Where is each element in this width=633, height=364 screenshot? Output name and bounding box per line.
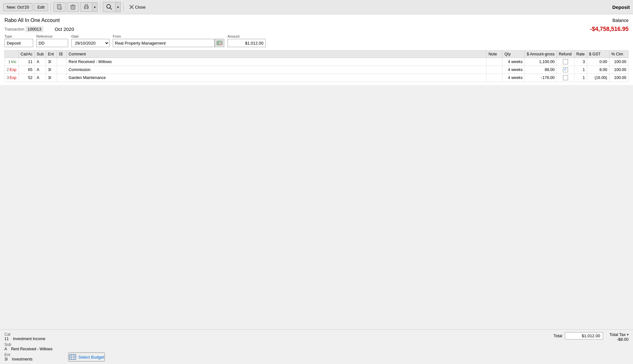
row-comment: Garden Maintenance bbox=[67, 74, 486, 82]
deposit-title: Deposit bbox=[612, 4, 630, 10]
row-gst: 8.00 bbox=[587, 66, 609, 74]
refund-checkbox[interactable] bbox=[563, 67, 568, 72]
row-ent: 3I bbox=[46, 58, 57, 66]
row-cat: 11 bbox=[18, 58, 35, 66]
date-label: Date bbox=[71, 34, 110, 38]
row-clm: 100.00 bbox=[609, 66, 629, 74]
col-header-sub: Sub bbox=[35, 51, 46, 58]
svg-point-12 bbox=[88, 7, 88, 7]
col-header-link: ⛓ bbox=[57, 51, 67, 58]
separator-3 bbox=[123, 3, 124, 11]
row-num: 3Exp bbox=[5, 74, 19, 82]
col-header-clm: % Clm bbox=[609, 51, 629, 58]
from-field: From bbox=[113, 34, 224, 47]
new-label: New: Oct'20 bbox=[7, 5, 29, 10]
row-rate: 1 bbox=[574, 66, 587, 74]
refund-checkbox[interactable] bbox=[563, 59, 568, 64]
col-header-gst: $ GST bbox=[587, 51, 609, 58]
row-sub: A bbox=[35, 58, 46, 66]
svg-line-14 bbox=[110, 8, 112, 10]
reference-input[interactable] bbox=[36, 39, 68, 47]
row-qty: 4 weeks bbox=[502, 74, 525, 82]
print-icon bbox=[83, 4, 90, 10]
row-link bbox=[57, 66, 67, 74]
period-label: Oct 2020 bbox=[55, 26, 74, 32]
row-num: 2Exp bbox=[5, 66, 19, 74]
amount-input[interactable] bbox=[227, 39, 266, 47]
main-content: Rabo All In One Account Balance Transact… bbox=[0, 14, 633, 85]
svg-rect-17 bbox=[217, 41, 222, 45]
print-dropdown-button[interactable]: ▾ bbox=[92, 2, 97, 12]
row-refund bbox=[557, 74, 574, 82]
attach-icon bbox=[56, 4, 63, 10]
edit-label: Edit bbox=[37, 5, 44, 10]
row-type: Exp bbox=[10, 68, 17, 72]
search-dropdown-button[interactable]: ▾ bbox=[115, 2, 121, 12]
row-cat: 65 bbox=[18, 66, 35, 74]
search-button-group: ▾ bbox=[103, 2, 121, 12]
svg-rect-11 bbox=[85, 7, 88, 9]
search-button[interactable] bbox=[103, 2, 115, 12]
row-comment: Rent Received - Willows bbox=[67, 58, 486, 66]
row-type: Inc bbox=[11, 60, 17, 64]
row-link bbox=[57, 74, 67, 82]
row-qty: 4 weeks bbox=[502, 66, 525, 74]
transactions-table: Cat/Ac Sub Ent ⛓ Comment Note Qty $ Amou… bbox=[4, 50, 629, 82]
print-button[interactable] bbox=[80, 2, 92, 12]
amount-label: Amount bbox=[227, 34, 266, 38]
from-input[interactable] bbox=[113, 39, 215, 47]
row-cat: 52 bbox=[18, 74, 35, 82]
table-row[interactable]: 1Inc 11 A 3I Rent Received - Willows 4 w… bbox=[5, 58, 629, 66]
row-gst: (16.00) bbox=[587, 74, 609, 82]
row-qty: 4 weeks bbox=[502, 58, 525, 66]
svg-point-13 bbox=[107, 4, 111, 8]
attach-button[interactable] bbox=[54, 2, 66, 12]
table-row[interactable]: 2Exp 65 A 3I Commission 4 weeks 88.00 1 … bbox=[5, 66, 629, 74]
trash-icon bbox=[70, 4, 76, 10]
transaction-row: Transaction 100013 Oct 2020 -$4,758,516.… bbox=[4, 26, 629, 32]
transaction-field: Transaction 100013 bbox=[4, 26, 43, 32]
date-select[interactable]: 29/10/2020 bbox=[71, 39, 110, 47]
row-rate: 1 bbox=[574, 74, 587, 82]
refund-checkbox[interactable] bbox=[563, 75, 568, 80]
row-num: 1Inc bbox=[5, 58, 19, 66]
row-clm: 100.00 bbox=[609, 74, 629, 82]
row-amount: -176.00 bbox=[525, 74, 557, 82]
svg-rect-4 bbox=[71, 6, 75, 9]
close-icon bbox=[129, 5, 134, 9]
from-lookup-button[interactable] bbox=[215, 39, 224, 47]
table-row[interactable]: 3Exp 52 A 3I Garden Maintenance 4 weeks … bbox=[5, 74, 629, 82]
row-ent: 3I bbox=[46, 74, 57, 82]
print-button-group: ▾ bbox=[80, 2, 97, 12]
separator-2 bbox=[100, 3, 100, 11]
delete-button[interactable] bbox=[67, 2, 79, 12]
row-type: Exp bbox=[10, 75, 17, 80]
row-rate: 3 bbox=[574, 58, 587, 66]
col-header-cat: Cat/Ac bbox=[18, 51, 35, 58]
transaction-label: Transaction bbox=[4, 27, 24, 32]
row-refund bbox=[557, 66, 574, 74]
row-sub: A bbox=[35, 66, 46, 74]
balance-value: -$4,758,516.95 bbox=[590, 26, 629, 32]
type-input[interactable] bbox=[4, 39, 33, 47]
close-button[interactable]: Close bbox=[126, 4, 149, 11]
transaction-number: 100013 bbox=[25, 26, 43, 32]
toolbar: New: Oct'20 Edit bbox=[0, 0, 633, 14]
from-input-group bbox=[113, 39, 224, 47]
row-ent: 3I bbox=[46, 66, 57, 74]
date-field: Date 29/10/2020 bbox=[71, 34, 110, 47]
form-row: Type Reference Date 29/10/2020 From bbox=[4, 34, 629, 47]
row-clm: 100.00 bbox=[609, 58, 629, 66]
row-refund bbox=[557, 58, 574, 66]
separator-1 bbox=[51, 3, 51, 11]
amount-field: Amount bbox=[227, 34, 266, 47]
col-header-note: Note bbox=[486, 51, 502, 58]
col-header-comment: Comment bbox=[67, 51, 486, 58]
col-header-num bbox=[5, 51, 19, 58]
new-button[interactable]: New: Oct'20 bbox=[3, 3, 32, 11]
close-label: Close bbox=[135, 5, 146, 10]
col-header-amount: $ Amount-gross bbox=[525, 51, 557, 58]
edit-button[interactable]: Edit bbox=[34, 3, 48, 11]
from-label: From bbox=[113, 34, 224, 38]
row-sub: A bbox=[35, 74, 46, 82]
